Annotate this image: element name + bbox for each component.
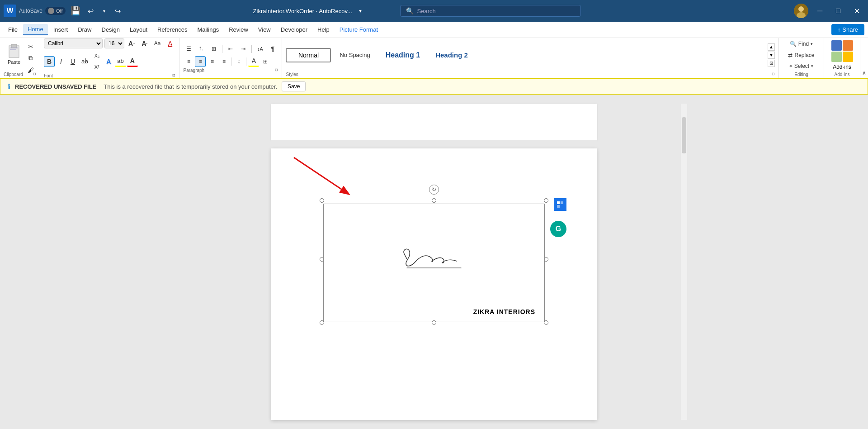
svg-rect-9 [557,205,560,208]
paragraph-expand[interactable]: ⊡ [275,68,278,72]
paste-button[interactable]: Paste [4,39,24,67]
grow-font-button[interactable]: A+ [126,38,137,49]
multilevel-button[interactable]: ⊞ [208,43,219,54]
close-button[interactable]: ✕ [849,5,864,17]
change-case-button[interactable]: Aa [152,38,163,49]
numbering-button[interactable]: ⒈ [196,43,207,54]
menu-draw[interactable]: Draw [73,24,96,35]
clear-format-button[interactable]: A [165,38,175,49]
replace-button[interactable]: ⇄ Replace [783,50,820,60]
bold-button[interactable]: B [44,56,55,67]
font-expand[interactable]: ⊡ [172,73,175,77]
rotate-handle[interactable]: ↻ [429,185,439,195]
menu-mailings[interactable]: Mailings [193,24,224,35]
ribbon-collapse-button[interactable]: ∧ [862,70,866,76]
italic-button[interactable]: I [56,56,66,67]
autosave-toggle[interactable]: Off [45,7,65,15]
document-area: ↻ [0,95,868,429]
right-gutter [597,104,687,420]
text-effect-button[interactable]: A [103,56,114,67]
find-button[interactable]: 🔍 Find ▾ [783,39,820,49]
recovery-icon: ℹ [8,82,10,91]
styles-scroll-up[interactable]: ▲ [768,43,775,51]
align-left-button[interactable]: ≡ [183,56,194,67]
text-highlight-button[interactable]: ab [115,56,126,67]
scrollbar-thumb[interactable] [682,117,686,153]
menu-file[interactable]: File [4,24,22,35]
menu-help[interactable]: Help [313,24,334,35]
menu-developer[interactable]: Developer [276,24,312,35]
addins-label: Add-ins [833,64,851,70]
menu-design[interactable]: Design [97,24,124,35]
borders-button[interactable]: ⊞ [260,56,271,67]
align-center-button[interactable]: ≡ [195,56,206,67]
file-title: ZikraInterior.WorkOrder · AutoRecov... [253,8,352,14]
menu-view[interactable]: View [254,24,275,35]
styles-expand[interactable]: ⊡ [772,72,775,76]
menu-layout[interactable]: Layout [125,24,152,35]
file-arrow[interactable]: ▾ [355,5,366,16]
handle-bottom-left[interactable] [320,320,324,325]
save-button[interactable]: 💾 [68,5,83,16]
strikethrough-button[interactable]: ab̶ [79,56,90,67]
font-size-select[interactable]: 16 [104,38,124,48]
paragraph-group: ☰ ⒈ ⊞ ⇤ ⇥ ↕A ¶ ≡ ≡ ≡ ≡ ↕ [179,38,282,78]
cut-button[interactable]: ✂ [25,41,36,52]
bottom-handle-row [320,320,548,325]
shrink-font-button[interactable]: A- [139,38,150,49]
handle-bottom-center[interactable] [432,320,436,325]
increase-indent-button[interactable]: ⇥ [238,43,249,54]
styles-expand-button[interactable]: ⊡ [768,60,775,67]
style-no-spacing-button[interactable]: No Spacing [333,48,377,62]
copy-button[interactable]: ⧉ [25,53,36,64]
minimize-button[interactable]: ─ [813,5,827,17]
menu-review[interactable]: Review [224,24,253,35]
justify-button[interactable]: ≡ [218,56,229,67]
clipboard-label: Clipboard [4,72,23,77]
style-normal-button[interactable]: Normal [286,48,331,62]
sort-button[interactable]: ↕A [255,43,265,54]
underline-button[interactable]: U [67,56,78,67]
layout-options-button[interactable] [554,198,566,211]
title-center: ZikraInterior.WorkOrder · AutoRecov... ▾ [253,5,366,16]
maximize-button[interactable]: □ [831,5,845,17]
line-spacing-button[interactable]: ↕ [233,56,244,67]
shading-button[interactable]: A [248,56,259,67]
redo-button[interactable]: ↪ [113,5,123,16]
textbox[interactable]: ZIKRA INTERIORS [323,204,545,321]
menu-insert[interactable]: Insert [49,24,73,35]
undo-dropdown[interactable]: ▾ [99,5,110,16]
page-main[interactable]: ↻ [271,148,597,420]
handle-top-center[interactable] [432,198,436,203]
handle-top-right[interactable] [544,198,548,203]
share-icon: ↑ [838,26,841,33]
handle-top-left[interactable] [320,198,324,203]
decrease-indent-button[interactable]: ⇤ [225,43,236,54]
subscript-button[interactable]: X₂ [91,51,102,62]
styles-label: Styles [286,72,298,77]
styles-scroll-down[interactable]: ▼ [768,52,775,59]
undo-button[interactable]: ↩ [85,5,96,16]
menu-home[interactable]: Home [23,24,48,35]
show-marks-button[interactable]: ¶ [267,43,278,54]
font-group: Calibri 16 A+ A- Aa A B I U ab̶ X₂ [40,38,179,78]
select-button[interactable]: ⌖ Select ▾ [783,62,820,71]
style-heading2-button[interactable]: Heading 2 [429,48,475,62]
superscript-button[interactable]: X² [91,62,102,72]
scrollbar[interactable] [681,104,687,420]
font-color-button[interactable]: A [127,56,138,67]
menu-picture-format[interactable]: Picture Format [335,24,382,35]
align-right-button[interactable]: ≡ [207,56,217,67]
handle-bottom-right[interactable] [544,320,548,325]
search-bar[interactable]: 🔍 Search [400,5,581,17]
share-button[interactable]: ↑ Share [831,24,864,35]
menu-references[interactable]: References [153,24,192,35]
font-name-select[interactable]: Calibri [44,38,103,48]
addins-group: Add-ins Add-ins [824,38,860,78]
recovery-save-button[interactable]: Save [282,81,306,91]
clipboard-expand[interactable]: ⊡ [33,72,36,76]
bullets-button[interactable]: ☰ [183,43,194,54]
find-icon: 🔍 [790,41,797,47]
style-heading1-button[interactable]: Heading 1 [379,48,427,62]
grammarly-button[interactable]: G [550,221,566,237]
